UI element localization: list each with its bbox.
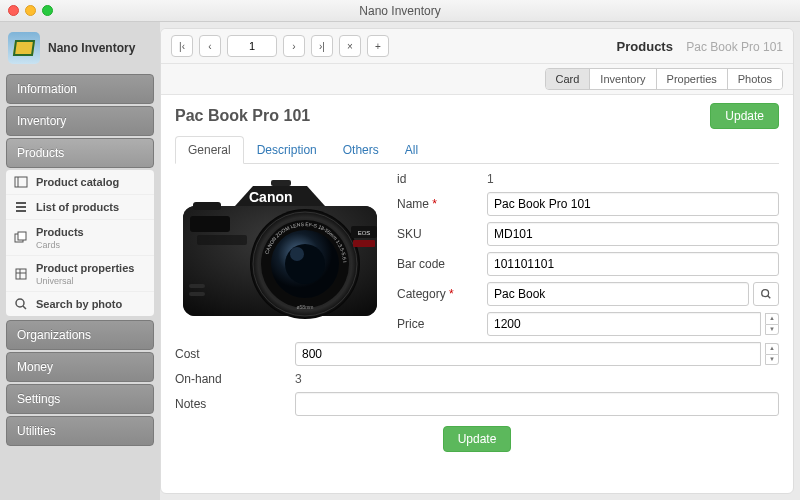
cards-icon bbox=[14, 231, 28, 245]
toolbar: |‹ ‹ › ›| × + Products Pac Book Pro 101 bbox=[161, 29, 793, 64]
app-icon bbox=[8, 32, 40, 64]
update-button-top[interactable]: Update bbox=[710, 103, 779, 129]
view-tabs: Card Inventory Properties Photos bbox=[545, 68, 783, 90]
tab-all[interactable]: All bbox=[392, 136, 431, 164]
category-lookup-button[interactable] bbox=[753, 282, 779, 306]
props-icon bbox=[14, 267, 28, 281]
main-panel: |‹ ‹ › ›| × + Products Pac Book Pro 101 … bbox=[160, 28, 794, 494]
pager-next-button[interactable]: › bbox=[283, 35, 305, 57]
input-notes[interactable] bbox=[295, 392, 779, 416]
breadcrumb-section: Products bbox=[617, 39, 673, 54]
tab-description[interactable]: Description bbox=[244, 136, 330, 164]
value-onhand: 3 bbox=[295, 372, 779, 386]
nav-products[interactable]: Products bbox=[6, 138, 154, 168]
breadcrumb: Products Pac Book Pro 101 bbox=[617, 39, 783, 54]
svg-text:EOS: EOS bbox=[358, 230, 371, 236]
update-button-bottom[interactable]: Update bbox=[443, 426, 512, 452]
input-cost[interactable] bbox=[295, 342, 761, 366]
svg-rect-14 bbox=[271, 180, 291, 186]
app-name: Nano Inventory bbox=[48, 41, 135, 55]
pager-delete-button[interactable]: × bbox=[339, 35, 361, 57]
input-name[interactable] bbox=[487, 192, 779, 216]
nav-products-sub: Product catalog List of products Product… bbox=[6, 170, 154, 316]
view-tab-inventory[interactable]: Inventory bbox=[590, 69, 656, 89]
sub-meta: Universal bbox=[36, 276, 134, 286]
svg-rect-0 bbox=[15, 177, 27, 187]
pager-page-input[interactable] bbox=[227, 35, 277, 57]
pager-add-button[interactable]: + bbox=[367, 35, 389, 57]
view-tab-properties[interactable]: Properties bbox=[657, 69, 728, 89]
label-onhand: On-hand bbox=[175, 372, 295, 386]
sub-label: Search by photo bbox=[36, 298, 122, 310]
svg-rect-6 bbox=[18, 232, 26, 240]
sub-search-by-photo[interactable]: Search by photo bbox=[6, 292, 154, 316]
sub-label: Product catalog bbox=[36, 176, 119, 188]
sub-product-properties[interactable]: Product properties Universal bbox=[6, 256, 154, 292]
input-price[interactable] bbox=[487, 312, 761, 336]
svg-point-31 bbox=[762, 290, 769, 297]
label-price: Price bbox=[397, 317, 487, 331]
tab-general[interactable]: General bbox=[175, 136, 244, 164]
sidebar: Nano Inventory Information Inventory Pro… bbox=[0, 22, 160, 500]
nav-money[interactable]: Money bbox=[6, 352, 154, 382]
svg-rect-27 bbox=[353, 240, 375, 247]
list-icon bbox=[14, 200, 28, 214]
content: Pac Book Pro 101 Update General Descript… bbox=[161, 95, 793, 493]
pager-prev-button[interactable]: ‹ bbox=[199, 35, 221, 57]
label-name: Name * bbox=[397, 197, 487, 211]
select-category[interactable]: Pac Book bbox=[487, 282, 749, 306]
cost-stepper[interactable]: ▲▼ bbox=[765, 343, 779, 365]
search-icon bbox=[14, 297, 28, 311]
tab-others[interactable]: Others bbox=[330, 136, 392, 164]
nav-utilities[interactable]: Utilities bbox=[6, 416, 154, 446]
nav-settings[interactable]: Settings bbox=[6, 384, 154, 414]
detail-tabs: General Description Others All bbox=[175, 135, 779, 164]
nav-information[interactable]: Information bbox=[6, 74, 154, 104]
svg-text:ø58mm: ø58mm bbox=[297, 304, 314, 310]
label-sku: SKU bbox=[397, 227, 487, 241]
page-title: Pac Book Pro 101 bbox=[175, 107, 310, 125]
nav-inventory[interactable]: Inventory bbox=[6, 106, 154, 136]
value-id: 1 bbox=[487, 172, 779, 186]
input-sku[interactable] bbox=[487, 222, 779, 246]
app-brand: Nano Inventory bbox=[6, 28, 154, 72]
label-barcode: Bar code bbox=[397, 257, 487, 271]
sub-label: Products bbox=[36, 226, 84, 238]
price-stepper[interactable]: ▲▼ bbox=[765, 313, 779, 335]
label-notes: Notes bbox=[175, 397, 295, 411]
pager-first-button[interactable]: |‹ bbox=[171, 35, 193, 57]
search-icon bbox=[760, 288, 772, 300]
svg-rect-15 bbox=[190, 216, 230, 232]
label-id: id bbox=[397, 172, 487, 186]
svg-rect-28 bbox=[193, 202, 221, 210]
input-barcode[interactable] bbox=[487, 252, 779, 276]
view-tab-card[interactable]: Card bbox=[546, 69, 591, 89]
label-category: Category * bbox=[397, 287, 487, 301]
product-image: Canon ø58mm CANON ZOOM LENS EF-S 18-55mm… bbox=[175, 172, 385, 342]
breadcrumb-item: Pac Book Pro 101 bbox=[686, 40, 783, 54]
svg-line-32 bbox=[768, 296, 771, 299]
view-tab-photos[interactable]: Photos bbox=[728, 69, 782, 89]
svg-point-22 bbox=[290, 247, 304, 261]
svg-line-11 bbox=[23, 306, 26, 309]
sub-label: Product properties bbox=[36, 262, 134, 274]
sub-label: List of products bbox=[36, 201, 119, 213]
nav-organizations[interactable]: Organizations bbox=[6, 320, 154, 350]
camera-icon: Canon ø58mm CANON ZOOM LENS EF-S 18-55mm… bbox=[175, 172, 385, 332]
svg-rect-29 bbox=[189, 284, 205, 288]
view-tabs-row: Card Inventory Properties Photos bbox=[161, 64, 793, 95]
window-title: Nano Inventory bbox=[0, 4, 800, 18]
camera-brand-text: Canon bbox=[249, 189, 293, 205]
catalog-icon bbox=[14, 175, 28, 189]
sub-products-cards[interactable]: Products Cards bbox=[6, 220, 154, 256]
svg-point-21 bbox=[285, 244, 325, 284]
svg-rect-16 bbox=[197, 235, 247, 245]
pager-last-button[interactable]: ›| bbox=[311, 35, 333, 57]
titlebar: Nano Inventory bbox=[0, 0, 800, 22]
svg-point-10 bbox=[16, 299, 24, 307]
label-cost: Cost bbox=[175, 347, 295, 361]
sub-product-catalog[interactable]: Product catalog bbox=[6, 170, 154, 195]
sub-meta: Cards bbox=[36, 240, 84, 250]
svg-rect-30 bbox=[189, 292, 205, 296]
sub-list-of-products[interactable]: List of products bbox=[6, 195, 154, 220]
